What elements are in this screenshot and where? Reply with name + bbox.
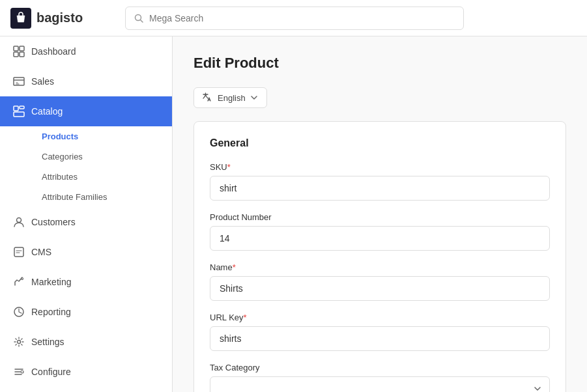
sidebar-label-sales: Sales bbox=[31, 76, 54, 87]
sidebar-item-products[interactable]: Products bbox=[34, 126, 172, 147]
sidebar-label-dashboard: Dashboard bbox=[31, 46, 76, 57]
products-label: Products bbox=[42, 132, 78, 141]
sidebar-item-sales[interactable]: Sales bbox=[0, 66, 172, 96]
url-key-label: URL Key* bbox=[210, 313, 550, 322]
sidebar-item-attributes[interactable]: Attributes bbox=[34, 167, 172, 187]
sidebar-label-configure: Configure bbox=[31, 367, 71, 377]
svg-point-15 bbox=[21, 371, 23, 373]
sidebar-item-settings[interactable]: Settings bbox=[0, 327, 172, 357]
svg-point-12 bbox=[21, 278, 23, 280]
attributes-label: Attributes bbox=[42, 172, 78, 182]
sidebar-item-catalog[interactable]: Catalog bbox=[0, 96, 172, 126]
catalog-icon bbox=[13, 105, 25, 117]
sidebar-item-configure[interactable]: Configure bbox=[0, 357, 172, 387]
sidebar-item-dashboard[interactable]: Dashboard bbox=[0, 36, 172, 66]
logo[interactable]: bagisto bbox=[10, 8, 115, 29]
sidebar-label-catalog: Catalog bbox=[31, 106, 63, 117]
sidebar-item-customers[interactable]: Customers bbox=[0, 207, 172, 237]
form-group-tax-category: Tax Category bbox=[210, 363, 550, 392]
sidebar: Dashboard Sales Catalog Products bbox=[0, 36, 173, 392]
svg-rect-4 bbox=[14, 52, 18, 57]
sidebar-item-categories[interactable]: Categories bbox=[34, 147, 172, 167]
product-number-input[interactable] bbox=[210, 226, 550, 251]
form-group-name: Name* bbox=[210, 262, 550, 301]
sku-label: SKU* bbox=[210, 162, 550, 172]
attribute-families-label: Attribute Families bbox=[42, 192, 107, 202]
form-group-product-number: Product Number bbox=[210, 212, 550, 251]
main-content: Edit Product English General SKU* bbox=[173, 36, 587, 392]
form-group-sku: SKU* bbox=[210, 162, 550, 201]
sku-input[interactable] bbox=[210, 176, 550, 201]
sidebar-item-reporting[interactable]: Reporting bbox=[0, 297, 172, 327]
language-selector[interactable]: English bbox=[193, 87, 267, 108]
product-number-label: Product Number bbox=[210, 212, 550, 222]
svg-rect-2 bbox=[14, 46, 18, 51]
top-navigation: bagisto bbox=[0, 0, 587, 36]
svg-rect-5 bbox=[20, 52, 24, 57]
tax-category-label: Tax Category bbox=[210, 363, 550, 372]
search-input[interactable] bbox=[149, 13, 455, 23]
tax-category-select[interactable] bbox=[210, 376, 550, 392]
page-title: Edit Product bbox=[193, 55, 566, 72]
customers-icon bbox=[13, 216, 25, 228]
form-group-url-key: URL Key* bbox=[210, 313, 550, 351]
svg-point-14 bbox=[18, 341, 21, 344]
cms-icon bbox=[13, 246, 25, 258]
sidebar-item-cms[interactable]: CMS bbox=[0, 237, 172, 267]
svg-rect-3 bbox=[20, 46, 24, 51]
sidebar-item-attribute-families[interactable]: Attribute Families bbox=[34, 187, 172, 207]
marketing-icon bbox=[13, 276, 25, 288]
sidebar-label-marketing: Marketing bbox=[31, 277, 71, 287]
sidebar-label-settings: Settings bbox=[31, 337, 64, 347]
sidebar-label-cms: CMS bbox=[31, 247, 51, 257]
settings-icon bbox=[13, 336, 25, 348]
sidebar-item-marketing[interactable]: Marketing bbox=[0, 267, 172, 297]
main-layout: Dashboard Sales Catalog Products bbox=[0, 36, 587, 392]
svg-rect-8 bbox=[20, 106, 24, 109]
sidebar-label-reporting: Reporting bbox=[31, 307, 71, 317]
configure-icon bbox=[13, 366, 25, 378]
tax-category-select-wrapper bbox=[210, 376, 550, 392]
reporting-icon bbox=[13, 306, 25, 318]
svg-rect-11 bbox=[14, 247, 23, 257]
logo-icon bbox=[10, 8, 31, 29]
name-input[interactable] bbox=[210, 276, 550, 301]
section-title-general: General bbox=[210, 137, 550, 149]
dashboard-icon bbox=[13, 46, 25, 57]
catalog-submenu: Products Categories Attributes Attribute… bbox=[0, 126, 172, 207]
general-form-card: General SKU* Product Number Name* bbox=[193, 121, 566, 392]
url-key-input[interactable] bbox=[210, 326, 550, 351]
name-label: Name* bbox=[210, 262, 550, 272]
categories-label: Categories bbox=[42, 152, 83, 161]
sales-icon bbox=[13, 76, 25, 87]
search-icon bbox=[134, 13, 144, 23]
logo-text: bagisto bbox=[36, 10, 83, 25]
language-label: English bbox=[218, 93, 246, 103]
svg-rect-7 bbox=[14, 106, 18, 111]
translate-icon bbox=[202, 92, 214, 104]
svg-rect-9 bbox=[14, 112, 24, 117]
svg-point-10 bbox=[17, 218, 21, 223]
sidebar-label-customers: Customers bbox=[31, 217, 76, 227]
search-bar[interactable] bbox=[125, 7, 464, 30]
chevron-down-icon bbox=[250, 93, 259, 102]
